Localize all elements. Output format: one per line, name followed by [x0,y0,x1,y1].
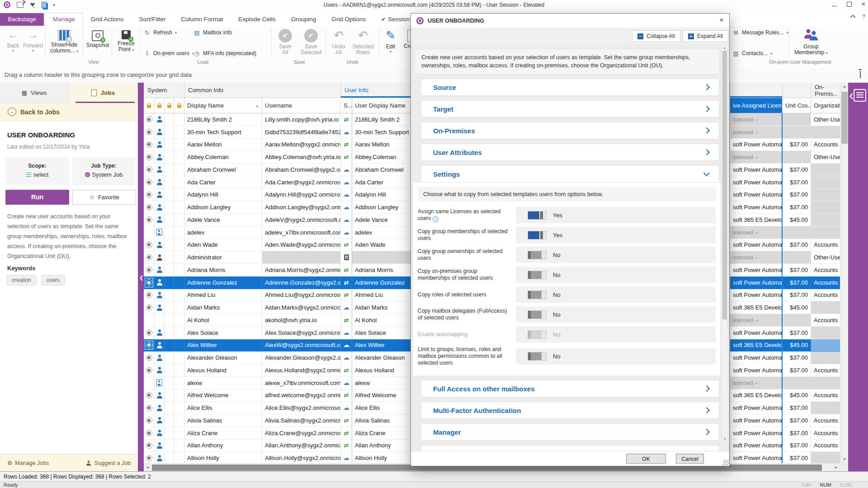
cell-organization[interactable] [811,214,840,226]
group-membership-button[interactable]: GroupMembership ▾ [792,28,830,56]
cell-flag[interactable] [165,314,174,327]
cell-display-name[interactable]: Administrator [184,251,262,264]
cell-sync-status[interactable]: ⇄ [341,113,352,126]
cell-flag[interactable] [174,277,184,289]
toggle-assign-same-licenses-as-selected-users[interactable] [528,211,547,220]
cell-assigned-license[interactable]: soft Power Automat [730,402,783,414]
cell-row-selector[interactable] [144,301,155,314]
cell-username[interactable]: Alice.Ellis@sygx2.onmicrosoft [262,402,341,414]
cell-display-name[interactable]: Adrienne Gonzalez [184,277,262,289]
cell-sync-status[interactable]: ⇄ [341,414,352,427]
cell-unit-cost[interactable]: $37.00 [783,189,811,202]
cell-flag[interactable] [174,139,184,151]
keyword-chip[interactable]: users [41,275,65,286]
cell-user-type[interactable] [155,189,165,202]
cell-unit-cost[interactable]: $37.00 [783,452,811,463]
cell-unit-cost[interactable] [783,251,811,264]
resize-grip[interactable] [723,460,729,465]
snapshot-button[interactable]: + Snapshot [85,28,111,48]
cell-organization[interactable] [811,164,840,176]
table-row-right[interactable]: soft Power Automat$37.00Accounts [730,264,840,277]
cell-flag[interactable] [174,126,184,139]
cell-user-type[interactable] [155,226,165,239]
grid-vertical-scrollbar[interactable]: ▲ ▼ [840,83,849,463]
cell-sync-status[interactable]: ☁ [341,377,352,389]
cell-display-name[interactable]: Alexander Gleason [184,352,262,364]
section-manager[interactable]: Manager [421,423,719,441]
cell-flag[interactable] [165,164,174,176]
table-row-right[interactable]: soft Power Automat$37.00 [730,189,840,202]
table-row-right[interactable]: soft Power Automat$37.00 [730,402,840,414]
cell-flag[interactable] [165,264,174,277]
ribbon-tab-grouping[interactable]: Grouping [283,13,324,26]
cell-flag[interactable] [174,389,184,402]
cell-user-type[interactable] [155,113,165,126]
cell-user-type[interactable] [155,414,165,427]
cell-display-name[interactable]: Alex Wilber [184,339,262,352]
cell-username[interactable]: AdeleV@sygx2.onmicrosoft.c [262,214,341,226]
cell-user-type[interactable] [155,339,165,352]
table-row-right[interactable]: soft 365 E5 Develop$45.00Accounts [730,389,840,402]
cell-unit-cost[interactable]: $37.00 [783,201,811,214]
views-side-panel[interactable]: ❮ [848,83,868,471]
cell-display-name[interactable]: Aarav Melton [184,139,262,151]
ribbon-item-on-prem-users[interactable]: ⇩On-prem users▾ [144,48,194,58]
cell-row-selector[interactable] [144,264,155,277]
cell-assigned-license[interactable]: soft Power Automat [730,364,783,377]
cell-display-name[interactable]: Alice Ellis [184,402,262,414]
cell-sync-status[interactable]: ☁ [341,402,352,414]
cell-sync-status[interactable]: ☁ [341,352,352,364]
cell-flag[interactable] [165,277,174,289]
cell-flag[interactable] [174,301,184,314]
section-settings[interactable]: Settings [421,165,719,183]
cell-organization[interactable] [811,452,840,463]
sidebar-splitter[interactable]: ❮ [138,83,144,471]
cell-display-name[interactable]: Ada Carter [184,176,262,189]
cell-user-type[interactable] [155,126,165,139]
cell-sync-status[interactable]: ☁ [341,301,352,314]
cell-unit-cost[interactable]: $37.00 [783,352,811,364]
cell-sync-status[interactable]: ⇄ [341,440,352,452]
save-selected-button[interactable]: ✔ SaveSelected [298,28,324,56]
cell-unit-cost[interactable]: $37.00 [783,277,811,289]
cell-display-name[interactable]: Alivia Salinas [184,414,262,427]
undo-selected-rows-button[interactable]: ↶ SelectedRows [350,28,376,56]
undo-all-button[interactable]: ↶ UndoAll [328,28,349,56]
maximize-button[interactable] [847,2,852,7]
cell-flag[interactable] [165,327,174,339]
toggle-copy-on-premises-group-memberships-of-se[interactable] [528,271,547,279]
cell-flag[interactable] [174,377,184,389]
cell-assigned-license[interactable]: icensed -- [730,251,783,264]
toggle-copy-mailbox-delegates-fullaccess-of-sel[interactable] [528,310,547,319]
cell-display-name[interactable]: Allan Anthony [184,440,262,452]
cell-assigned-license[interactable]: icensed -- [730,151,783,164]
cell-row-selector[interactable] [144,126,155,139]
section-source[interactable]: Source [421,79,719,96]
cell-assigned-license[interactable]: soft Power Automat [730,414,783,427]
cell-user-type[interactable] [155,314,165,327]
dialog-title-bar[interactable]: USER ONBOARDING × [411,14,729,28]
scroll-up-icon[interactable]: ▲ [840,83,849,90]
cell-username[interactable]: Alivia.Salinas@sygx2.onmicro [262,414,341,427]
cell-user-type[interactable] [155,327,165,339]
cell-user-type[interactable] [155,251,165,264]
cell-unit-cost[interactable]: $37.00 [783,264,811,277]
cell-user-type[interactable] [155,239,165,252]
cell-flag[interactable] [174,402,184,414]
cell-assigned-license[interactable]: soft Power Automat [730,189,783,202]
cell-row-selector[interactable] [144,151,155,164]
cell-assigned-license[interactable]: soft Power Automat [730,239,783,252]
cell-user-type[interactable] [155,151,165,164]
cell-row-selector[interactable] [144,214,155,226]
table-row-right[interactable]: icensed --Other-Use [730,113,840,126]
cell-sync-status[interactable]: ⇄ [341,427,352,440]
cell-username[interactable]: Abbey.Coleman@ovh.ytria.io [262,151,341,164]
cell-organization[interactable]: Accounts [811,289,840,302]
ribbon-tab-backstage[interactable]: Backstage [0,13,44,26]
cell-organization[interactable]: Accounts [811,389,840,402]
table-row-right[interactable]: icensed -- [730,377,840,389]
cell-row-selector[interactable] [144,201,155,214]
ribbon-item-mfa-info-deprecated[interactable]: ◷MFA info (deprecated) [193,48,267,58]
ok-button[interactable]: OK [626,454,666,464]
cell-username[interactable]: Alex.Solace@sygx2.onmicros [262,327,341,339]
